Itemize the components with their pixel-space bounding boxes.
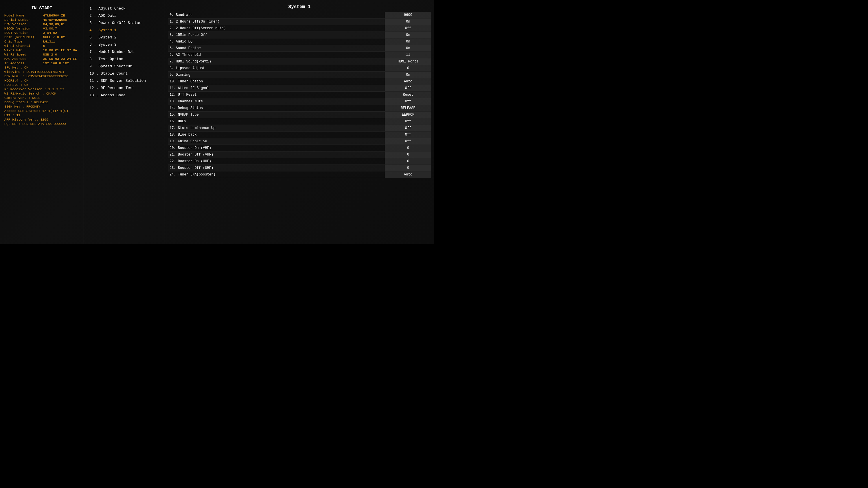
info-label: IP Address: [4, 61, 39, 65]
system-row: 9. DimmingOn: [168, 72, 431, 78]
system-row: 8. Lipsync Adjust0: [168, 65, 431, 72]
system-row-value: Off: [385, 132, 431, 138]
menu-item[interactable]: 13 . Access Code: [88, 93, 160, 98]
system-row-value: HDMI Port1: [385, 58, 431, 65]
info-label: Wi-Fi MAC: [4, 48, 39, 52]
info-plain-row: ESN Num. : LGTV20142=21003211026: [4, 74, 79, 78]
info-label: Model Name: [4, 13, 39, 18]
menu-item[interactable]: 7 . Model Number D/L: [88, 49, 160, 55]
system-row-name: 17. Store Luminance Up: [168, 125, 385, 131]
system-row: 4. Audio EQOn: [168, 38, 431, 45]
info-value: : 10:08:C1:EE:37:0A: [39, 48, 77, 52]
system-row-name: 18. Blue back: [168, 132, 385, 138]
menu-item[interactable]: 10 . Stable Count: [88, 71, 160, 76]
system-row-value: Off: [385, 85, 431, 91]
system-row-value: Off: [385, 118, 431, 125]
system-row: 23. Booster Off (UHF)0: [168, 165, 431, 171]
system-row-value: Off: [385, 138, 431, 144]
info-value: : LG1311: [39, 40, 55, 43]
info-plain-row: Access USB Status: 1/-1(T)/-1(C): [4, 109, 79, 113]
system-row: 13. Channel MuteOff: [168, 98, 431, 105]
system-row-value: EEPROM: [385, 111, 431, 118]
info-row: Wi-Fi MAC: 10:08:C1:EE:37:0A: [4, 48, 79, 52]
system-row-name: 6. A2 Threshold: [168, 52, 385, 58]
system-row-value: 0: [385, 165, 431, 171]
right-panel-title: System 1: [168, 4, 431, 9]
system-row-value: 0: [385, 158, 431, 164]
info-plain-row: SIGN Key : PRODKEY: [4, 105, 79, 108]
info-label: EDID (RGB/HDMI): [4, 35, 39, 39]
system-row-name: 21. Booster Off (VHF): [168, 152, 385, 158]
info-label: Wi-Fi Speed: [4, 53, 39, 56]
info-plain-row: SFU Key : OK: [4, 66, 79, 69]
system-row-name: 15. NVRAM Type: [168, 111, 385, 118]
system-row-value: Off: [385, 25, 431, 32]
info-plain-row: APP History Ver.: 3209: [4, 118, 79, 122]
info-plain-row: UTT : 11: [4, 113, 79, 117]
system-row-value: Auto: [385, 78, 431, 85]
info-plain-row: Widevine : LGTV14CLGE001783781: [4, 70, 79, 74]
menu-item[interactable]: 2 . ADC Data: [88, 13, 160, 19]
system-row-name: 4. Audio EQ: [168, 38, 385, 45]
system-row: 22. Booster On (UHF)0: [168, 158, 431, 165]
info-row: Wi-Fi Speed: USB 2.0: [4, 53, 79, 56]
menu-item[interactable]: 6 . System 3: [88, 42, 160, 47]
system-row-name: 3. 15Min Force Off: [168, 32, 385, 38]
info-row: Wi-Fi Channel: 5: [4, 44, 79, 48]
menu-item[interactable]: 1 . Adjust Check: [88, 6, 160, 11]
system-row-name: 13. Channel Mute: [168, 98, 385, 105]
info-row: Serial Number: 407RAYB2N690: [4, 18, 79, 22]
system-row: 1. 2 Hours Off(On Timer)On: [168, 19, 431, 25]
left-panel: IN START Model Name: 47LB650V-ZESerial N…: [0, 0, 84, 244]
menu-item[interactable]: 8 . Test Option: [88, 56, 160, 62]
info-row: BOOT Version: 3,04,02: [4, 31, 79, 35]
info-plain-row: HDCP2.0 : OK: [4, 83, 79, 87]
main-screen: IN START Model Name: 47LB650V-ZESerial N…: [0, 0, 434, 244]
system-row: 11. Atten RF SignalOff: [168, 85, 431, 92]
menu-item[interactable]: 9 . Spread Spectrum: [88, 64, 160, 69]
system-row: 19. China Cable SOOff: [168, 138, 431, 145]
info-label: Wi-Fi Channel: [4, 44, 39, 48]
system-row: 14. Debug StatusRELEASE: [168, 105, 431, 111]
system-row: 5. Sound EngineOn: [168, 45, 431, 52]
menu-item[interactable]: 5 . System 2: [88, 35, 160, 40]
system-row-value: 0: [385, 65, 431, 71]
system-row-name: 22. Booster On (UHF): [168, 158, 385, 164]
menu-item[interactable]: 4 . System 1: [88, 28, 160, 33]
right-panel: System 1 0. Baudrate96001. 2 Hours Off(O…: [165, 0, 434, 244]
info-value: : 5: [39, 44, 45, 48]
info-row: Model Name: 47LB650V-ZE: [4, 13, 79, 18]
info-label: Serial Number: [4, 18, 39, 22]
middle-panel: 1 . Adjust Check2 . ADC Data3 . Power On…: [84, 0, 165, 244]
info-label: MAC Address: [4, 57, 39, 61]
system-row: 24. Tuner LNA(booster)Auto: [168, 171, 431, 178]
info-plain-row: Camera Ver. : NULL: [4, 96, 79, 100]
info-row: Chip Type: LG1311: [4, 40, 79, 43]
menu-item[interactable]: 12 . RF Remocon Test: [88, 85, 160, 91]
system-row-name: 14. Debug Status: [168, 105, 385, 111]
system-row-name: 1. 2 Hours Off(On Timer): [168, 19, 385, 25]
info-value: : 192.168.0.102: [39, 61, 69, 65]
info-value: : 47LB650V-ZE: [39, 13, 65, 18]
info-value: : 04,30,09,01: [39, 22, 65, 26]
system-row-name: 19. China Cable SO: [168, 138, 385, 144]
info-plain-row: PQL DB : LGD_DHL_ATV_SOC_XXXXXX: [4, 122, 79, 126]
system-row-name: 9. Dimming: [168, 72, 385, 78]
system-row: 15. NVRAM TypeEEPROM: [168, 111, 431, 118]
system-row: 2. 2 Hours Off(Screen Mute)Off: [168, 25, 431, 32]
system-row-name: 0. Baudrate: [168, 12, 385, 18]
system-row-name: 5. Sound Engine: [168, 45, 385, 52]
system-row-value: On: [385, 32, 431, 38]
menu-item[interactable]: 11 . SDP Server Selection: [88, 78, 160, 84]
menu-item[interactable]: 3 . Power On/Off Status: [88, 20, 160, 26]
left-panel-title: IN START: [4, 6, 79, 11]
info-plain-row: Debug Status : RELEASE: [4, 100, 79, 104]
system-row: 6. A2 Threshold11: [168, 52, 431, 58]
system-row-name: 23. Booster Off (UHF): [168, 165, 385, 171]
system-row-name: 7. HDMI Sound(Port1): [168, 58, 385, 65]
info-label: BOOT Version: [4, 31, 39, 35]
info-value: : V3,00,7: [39, 27, 57, 30]
info-row: S/W Version: 04,30,09,01: [4, 22, 79, 26]
system-row-name: 20. Booster On (VHF): [168, 145, 385, 151]
system-row-name: 11. Atten RF Signal: [168, 85, 385, 91]
